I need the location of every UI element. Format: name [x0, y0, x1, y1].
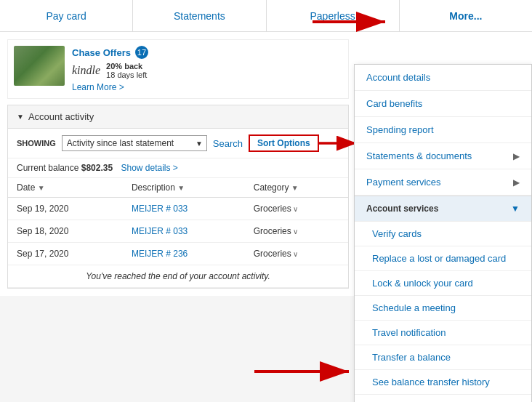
- sort-options-wrapper: Sort Options: [249, 134, 319, 152]
- end-of-activity-message: You've reached the end of your account a…: [8, 265, 348, 288]
- main-content: Chase Offers 17 kindle 20% back 18 days …: [0, 32, 532, 296]
- account-activity-section: ▼ Account activity SHOWING Activity sinc…: [7, 105, 349, 289]
- dropdown-spending-report[interactable]: Spending report: [355, 117, 531, 143]
- chevron-right-icon: ▶: [513, 177, 520, 188]
- chevron-down-icon: ▼: [511, 204, 520, 214]
- offer-image: [14, 46, 65, 86]
- col-date[interactable]: Date ▼: [8, 178, 123, 198]
- table-row: Sep 18, 2020 MEIJER # 033 Groceries∨: [8, 220, 348, 243]
- dropdown-sub-lock-unlock[interactable]: Lock & unlock your card: [355, 271, 531, 296]
- table-row: Sep 17, 2020 MEIJER # 236 Groceries∨: [8, 243, 348, 265]
- dropdown-payment-services[interactable]: Payment services ▶: [355, 169, 531, 196]
- cell-category[interactable]: Groceries∨: [245, 198, 348, 220]
- table-row: Sep 19, 2020 MEIJER # 033 Groceries∨: [8, 198, 348, 220]
- table-header-row: Date ▼ Description ▼ Category ▼: [8, 178, 348, 198]
- offer-content: Chase Offers 17 kindle 20% back 18 days …: [72, 46, 342, 92]
- learn-more-link[interactable]: Learn More >: [72, 82, 342, 92]
- search-link[interactable]: Search: [213, 138, 243, 149]
- dropdown-sub-balance-transfer-history[interactable]: See balance transfer history: [355, 370, 531, 395]
- col-category[interactable]: Category ▼: [245, 178, 348, 198]
- cell-category[interactable]: Groceries∨: [245, 243, 348, 265]
- show-details-link[interactable]: Show details >: [121, 163, 177, 173]
- col-description[interactable]: Description ▼: [123, 178, 245, 198]
- nav-more[interactable]: More...: [400, 0, 532, 31]
- kindle-offer-details: 20% back 18 days left: [106, 62, 147, 79]
- cell-date: Sep 19, 2020: [8, 198, 123, 220]
- nav-pay-card[interactable]: Pay card: [0, 0, 133, 31]
- showing-label: SHOWING: [17, 139, 56, 148]
- cell-description[interactable]: MEIJER # 033: [123, 220, 245, 243]
- account-services-submenu: Verify cardsReplace a lost or damaged ca…: [355, 222, 531, 402]
- sort-options-button[interactable]: Sort Options: [249, 134, 319, 152]
- left-panel: Chase Offers 17 kindle 20% back 18 days …: [0, 32, 356, 296]
- dropdown-sub-pay-from-accounts[interactable]: Pay-from accounts: [355, 395, 531, 402]
- dropdown-card-benefits[interactable]: Card benefits: [355, 91, 531, 117]
- cell-date: Sep 17, 2020: [8, 243, 123, 265]
- chase-offers-row: Chase Offers 17: [72, 46, 342, 59]
- collapse-icon[interactable]: ▼: [17, 113, 24, 121]
- balance-label: Current balance: [17, 163, 78, 173]
- end-of-activity-row: You've reached the end of your account a…: [8, 265, 348, 288]
- dropdown-sub-verify-cards[interactable]: Verify cards: [355, 222, 531, 246]
- offer-banner: Chase Offers 17 kindle 20% back 18 days …: [7, 39, 349, 99]
- kindle-cashback: 20% back: [106, 62, 147, 71]
- activity-table: Date ▼ Description ▼ Category ▼ Sep 19, …: [8, 178, 348, 288]
- kindle-logo: kindle: [72, 64, 100, 77]
- nav-paperless[interactable]: Paperless: [267, 0, 400, 31]
- cell-description[interactable]: MEIJER # 236: [123, 243, 245, 265]
- dropdown-account-services-header[interactable]: Account services ▼: [355, 196, 531, 222]
- balance-row: Current balance $802.35 Show details >: [8, 158, 348, 178]
- account-activity-header: ▼ Account activity: [8, 105, 348, 129]
- dropdown-account-details[interactable]: Account details: [355, 65, 531, 91]
- chase-offers-badge: 17: [135, 46, 148, 59]
- dropdown-sub-replace-card[interactable]: Replace a lost or damaged card: [355, 246, 531, 271]
- dropdown-sub-schedule-meeting[interactable]: Schedule a meeting: [355, 296, 531, 321]
- kindle-row: kindle 20% back 18 days left: [72, 62, 342, 79]
- activity-filter-wrapper: Activity since last statement: [62, 135, 207, 151]
- balance-amount: $802.35: [81, 163, 113, 173]
- nav-statements[interactable]: Statements: [133, 0, 266, 31]
- dropdown-statements-docs[interactable]: Statements & documents ▶: [355, 143, 531, 169]
- dropdown-sub-transfer-balance[interactable]: Transfer a balance: [355, 345, 531, 370]
- showing-row: SHOWING Activity since last statement Se…: [8, 129, 348, 158]
- account-activity-title: Account activity: [28, 111, 94, 122]
- dropdown-menu: Account details Card benefits Spending r…: [354, 64, 532, 402]
- chase-offers-label: Chase Offers: [72, 47, 131, 58]
- cell-category[interactable]: Groceries∨: [245, 220, 348, 243]
- kindle-days: 18 days left: [106, 71, 147, 79]
- dropdown-sub-travel-notification[interactable]: Travel notification: [355, 321, 531, 345]
- cell-date: Sep 18, 2020: [8, 220, 123, 243]
- add-user-arrow-annotation: [254, 358, 356, 387]
- cell-description[interactable]: MEIJER # 033: [123, 198, 245, 220]
- activity-filter-select[interactable]: Activity since last statement: [62, 135, 207, 151]
- top-navigation: Pay card Statements Paperless More...: [0, 0, 532, 32]
- chevron-right-icon: ▶: [513, 151, 520, 161]
